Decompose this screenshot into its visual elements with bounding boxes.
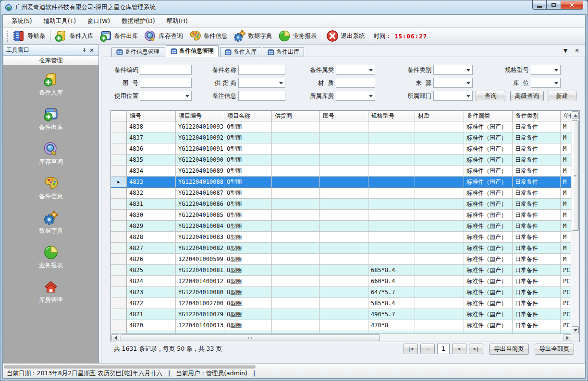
- cell-project_name[interactable]: O型圈: [224, 177, 272, 188]
- last-page-button[interactable]: >|: [469, 344, 483, 354]
- cell-supplier[interactable]: [272, 188, 320, 199]
- cell-spec[interactable]: 685*8.4: [368, 265, 415, 276]
- cell-id[interactable]: 4832: [127, 188, 176, 199]
- cell-category[interactable]: 标准件（国产）: [464, 121, 513, 132]
- page-number-input[interactable]: 1: [437, 344, 450, 354]
- cell-project_no[interactable]: YG12204010088: [176, 177, 224, 188]
- cell-spec[interactable]: [368, 254, 415, 265]
- cell-class[interactable]: 日常备件: [513, 232, 561, 243]
- toolbar-button-data-dictionary[interactable]: 数据字典: [231, 28, 276, 44]
- cell-material[interactable]: [415, 232, 464, 243]
- cell-project_no[interactable]: YG12204010079: [176, 309, 224, 320]
- cell-id[interactable]: 4830: [127, 210, 176, 221]
- cell-material[interactable]: [415, 199, 464, 210]
- cell-project_no[interactable]: YG12204010090: [176, 155, 224, 166]
- row-selector-cell[interactable]: [111, 265, 127, 276]
- cell-supplier[interactable]: [272, 276, 320, 287]
- table-row[interactable]: 48201220401400013O型圈470*8标准件（国产）日常备件PC: [111, 320, 579, 331]
- cell-project_no[interactable]: 1220401400012: [176, 276, 224, 287]
- cell-supplier[interactable]: [272, 177, 320, 188]
- cell-id[interactable]: 4827: [127, 243, 176, 254]
- toolbar-button-parts-inbound[interactable]: 备件入库: [52, 28, 97, 44]
- cell-project_name[interactable]: O型圈: [224, 221, 272, 232]
- cell-class[interactable]: 日常备件: [513, 155, 561, 166]
- cell-supplier[interactable]: [272, 132, 320, 143]
- cell-project_no[interactable]: YG12204010081: [176, 265, 224, 276]
- scroll-up-button[interactable]: [572, 111, 579, 119]
- cell-drawing_no[interactable]: [320, 276, 368, 287]
- column-header-category[interactable]: 备件属类: [464, 111, 513, 121]
- column-header-drawing_no[interactable]: 图号: [320, 111, 368, 121]
- minimize-button[interactable]: [532, 0, 547, 10]
- cell-material[interactable]: [415, 298, 464, 309]
- column-header-material[interactable]: 材质: [415, 111, 464, 121]
- toolbar-button-stock-query[interactable]: 库存查询: [142, 28, 186, 44]
- drawing-no-input[interactable]: [140, 78, 192, 88]
- cell-unit[interactable]: M: [561, 132, 572, 143]
- cell-spec[interactable]: 490*5.7: [368, 309, 415, 320]
- menu-item-system[interactable]: 系统(S): [6, 15, 38, 27]
- table-row[interactable]: 4821YG12204010079O型圈490*5.7标准件（国产）日常备件PC: [111, 309, 579, 320]
- cell-project_no[interactable]: YG12204010086: [176, 199, 224, 210]
- cell-unit[interactable]: M: [561, 221, 572, 232]
- cell-project_name[interactable]: O型圈: [224, 265, 272, 276]
- row-selector-cell[interactable]: [111, 243, 127, 254]
- vertical-scroll-thumb[interactable]: [572, 120, 579, 231]
- menu-item-tools[interactable]: 辅助工具(T): [38, 15, 82, 27]
- cell-unit[interactable]: M: [561, 199, 572, 210]
- table-row[interactable]: 4825YG12204010081O型圈685*8.4标准件（国产）日常备件PC: [111, 265, 579, 276]
- cell-unit[interactable]: M: [561, 143, 572, 155]
- cell-spec[interactable]: [368, 188, 415, 199]
- toolbar-button-navigator[interactable]: 导航条: [10, 28, 49, 44]
- table-row[interactable]: 48261220401000599O型圈标准件（国产）日常备件M: [111, 254, 579, 265]
- sidebar-item-data-dictionary[interactable]: 数据字典: [3, 210, 98, 235]
- cell-id[interactable]: 4825: [127, 265, 176, 276]
- scroll-down-button[interactable]: [572, 326, 579, 334]
- toolbar-button-parts-outbound[interactable]: 备件出库: [97, 28, 142, 44]
- table-row[interactable]: 4827YG12204010082O型圈标准件（国产）日常备件M: [111, 243, 579, 254]
- cell-material[interactable]: [415, 309, 464, 320]
- table-row[interactable]: 4836YG12204010091O型圈标准件（国产）日常备件M: [111, 143, 579, 155]
- tab-parts-info-mgmt-2[interactable]: 备件信息管理: [166, 45, 219, 57]
- cell-class[interactable]: 日常备件: [513, 221, 561, 232]
- table-row[interactable]: 4830YG12204010085O型圈标准件（国产）日常备件M: [111, 210, 579, 221]
- cell-id[interactable]: 4822: [127, 298, 176, 309]
- row-selector-cell[interactable]: [111, 287, 127, 298]
- cell-project_no[interactable]: YG12204010089: [176, 166, 224, 177]
- scroll-right-button[interactable]: [564, 334, 571, 341]
- cell-class[interactable]: 日常备件: [513, 298, 561, 309]
- cell-spec[interactable]: 660*8.4: [368, 276, 415, 287]
- table-row[interactable]: 48241220401400012O型圈660*8.4标准件（国产）日常备件PC: [111, 276, 579, 287]
- menu-item-window[interactable]: 窗口(W): [82, 15, 116, 27]
- sidebar-item-business-report[interactable]: 业务报表: [3, 244, 98, 270]
- cell-spec[interactable]: [368, 143, 415, 155]
- cell-spec[interactable]: [368, 121, 415, 132]
- cell-unit[interactable]: M: [561, 210, 572, 221]
- column-header-project_no[interactable]: 项目编号: [176, 111, 224, 121]
- cell-unit[interactable]: PC: [561, 287, 572, 298]
- cell-drawing_no[interactable]: [320, 298, 368, 309]
- material-input[interactable]: [336, 78, 375, 88]
- cell-project_no[interactable]: YG12204010091: [176, 143, 224, 155]
- cell-category[interactable]: 标准件（国产）: [464, 221, 513, 232]
- cell-drawing_no[interactable]: [320, 210, 368, 221]
- advanced-query-button[interactable]: 高级查询: [510, 91, 544, 101]
- table-row[interactable]: 4837YG12204010092O型圈标准件（国产）日常备件M: [111, 132, 579, 143]
- column-header-class[interactable]: 备件类别: [513, 111, 561, 121]
- column-header-spec[interactable]: 规格型号: [368, 111, 415, 121]
- tab-list-dropdown-icon[interactable]: ▼: [562, 48, 569, 54]
- cell-spec[interactable]: [368, 155, 415, 166]
- sidebar-item-parts-outbound[interactable]: 备件出库: [3, 106, 98, 131]
- cell-material[interactable]: [415, 155, 464, 166]
- sidebar-item-warehouse-mgmt[interactable]: 库房管理: [3, 279, 98, 304]
- vertical-scrollbar[interactable]: [571, 111, 579, 334]
- cell-category[interactable]: 标准件（国产）: [464, 143, 513, 155]
- cell-category[interactable]: 标准件（国产）: [464, 265, 513, 276]
- next-page-button[interactable]: >: [452, 344, 466, 354]
- cell-supplier[interactable]: [272, 243, 320, 254]
- cell-project_name[interactable]: O型圈: [224, 199, 272, 210]
- cell-material[interactable]: [415, 121, 464, 132]
- table-row[interactable]: 4832YG12204010087O型圈标准件（国产）日常备件M: [111, 188, 579, 199]
- cell-class[interactable]: 日常备件: [513, 276, 561, 287]
- cell-project_name[interactable]: O型圈: [224, 132, 272, 143]
